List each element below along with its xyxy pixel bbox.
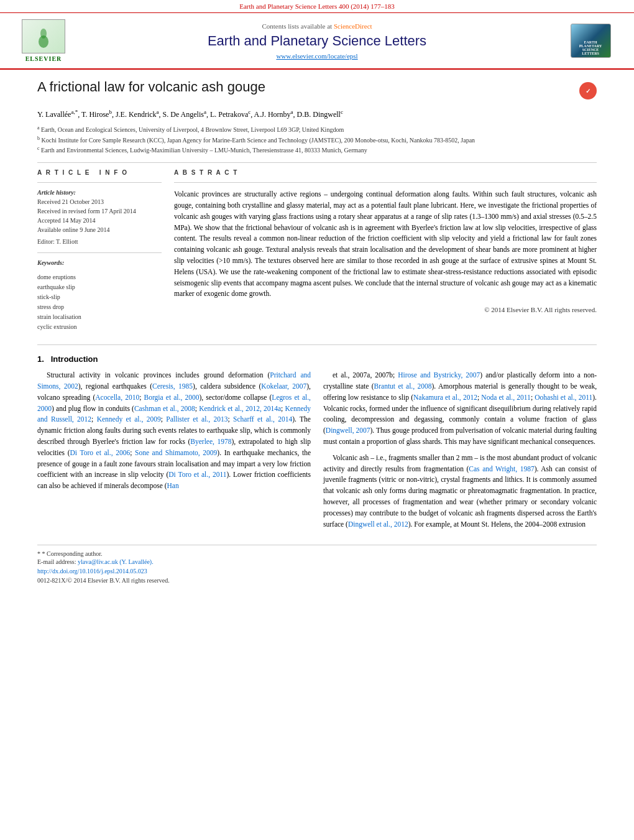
link-kennedy2009[interactable]: Kennedy et al., 2009 [97, 415, 161, 423]
editor-line: Editor: T. Elliott [37, 237, 162, 246]
link-kokelaar[interactable]: Kokelaar, 2007 [261, 382, 306, 390]
affiliation-b: b Kochi Institute for Core Sample Resear… [37, 135, 597, 145]
intro-right-para-2: Volcanic ash – i.e., fragments smaller t… [323, 453, 597, 530]
authors-line: Y. Lavalléea,*, T. Hiroseb, J.E. Kendric… [37, 108, 597, 121]
keyword-5: strain localisation [37, 312, 162, 322]
journal-title-area: Contents lists available at ScienceDirec… [68, 22, 566, 60]
corresponding-author-note: * * Corresponding author. [37, 550, 597, 557]
journal-title: Earth and Planetary Science Letters [68, 33, 566, 49]
doi-line: http://dx.doi.org/10.1016/j.epsl.2014.05… [37, 566, 597, 576]
keywords-label: Keywords: [37, 259, 162, 266]
journal-reference-bar: Earth and Planetary Science Letters 400 … [0, 0, 634, 13]
author-kendrick: J.E. Kendricka, [116, 110, 163, 119]
sciencedirect-link[interactable]: ScienceDirect [334, 22, 372, 30]
link-noda[interactable]: Noda et al., 2011 [481, 394, 531, 401]
intro-right-col: et al., 2007a, 2007b; Hirose and Bystric… [323, 370, 597, 535]
link-kendrick2012[interactable]: Kendrick et al., 2012, 2014a [199, 405, 281, 412]
footnote-section: * * Corresponding author. E-mail address… [37, 545, 597, 585]
issn-line: 0012-821X/© 2014 Elsevier B.V. All right… [37, 576, 597, 585]
divider-1 [37, 162, 597, 163]
journal-header: ELSEVIER Contents lists available at Sci… [0, 13, 634, 70]
divider-abstract [174, 182, 597, 183]
link-pallister[interactable]: Pallister et al., 2013 [166, 415, 227, 423]
link-ditoro2006[interactable]: Di Toro et al., 2006 [70, 449, 131, 456]
intro-right-para-1: et al., 2007a, 2007b; Hirose and Bystric… [323, 370, 597, 448]
abstract-copyright: © 2014 Elsevier B.V. All rights reserved… [174, 306, 597, 313]
intro-number: 1. [37, 354, 44, 364]
author-hornby: A.J. Hornbya, [254, 110, 297, 119]
link-ditoro2011[interactable]: Di Toro et al., 2011 [168, 471, 226, 478]
intro-header: 1. Introduction [37, 354, 597, 364]
journal-ref-text: Earth and Planetary Science Letters 400 … [239, 2, 395, 10]
keywords-section: dome eruptions earthquake slip stick-sli… [37, 272, 162, 332]
author-deangelis: S. De Angelisa, [163, 110, 210, 119]
available-date: Available online 9 June 2014 [37, 225, 162, 234]
link-dingwell2012[interactable]: Dingwell et al., 2012 [348, 520, 408, 528]
keyword-2: earthquake slip [37, 282, 162, 292]
corresponding-author-text: * Corresponding author. [42, 550, 103, 557]
elsevier-tree-logo [22, 19, 65, 53]
author-hirose: T. Hiroseb, [81, 110, 116, 119]
link-han[interactable]: Han [167, 482, 179, 489]
crossmark-badge[interactable]: ✓ [579, 82, 597, 99]
email-footnote: E-mail address: ylava@liv.ac.uk (Y. Lava… [37, 557, 597, 566]
affiliations: a Earth, Ocean and Ecological Sciences, … [37, 124, 597, 155]
email-link[interactable]: ylava@liv.ac.uk (Y. Lavallée). [78, 558, 154, 565]
author-lavallée: Y. Lavalléea,*, [37, 110, 81, 119]
link-sone[interactable]: Sone and Shimamoto, 2009 [135, 449, 217, 456]
author-petrakova: L. Petrakovac, [210, 110, 254, 119]
link-dingwell2007[interactable]: Dingwell, 2007 [326, 427, 370, 434]
accepted-date: Accepted 14 May 2014 [37, 216, 162, 225]
divider-keywords [37, 252, 162, 253]
link-hirose-bystricky[interactable]: Hirose and Bystricky, 2007 [398, 371, 480, 379]
journal-url[interactable]: www.elsevier.com/locate/epsl [68, 52, 566, 60]
intro-left-para: Structural activity in volcanic province… [37, 370, 311, 492]
page: Earth and Planetary Science Letters 400 … [0, 0, 634, 840]
received-date: Received 21 October 2013 [37, 197, 162, 206]
intro-title: Introduction [51, 354, 98, 364]
divider-info [37, 182, 162, 183]
link-byerlee[interactable]: Byerlee, 1978 [190, 438, 231, 445]
article-title: A frictional law for volcanic ash gouge [37, 79, 265, 95]
contents-available-line: Contents lists available at ScienceDirec… [68, 22, 566, 30]
link-cas-wright[interactable]: Cas and Wright, 1987 [469, 465, 534, 473]
link-acocella[interactable]: Acocella, 2010 [95, 394, 139, 401]
revised-date: Received in revised form 17 April 2014 [37, 206, 162, 216]
affiliation-c: c Earth and Environmental Sciences, Ludw… [37, 145, 597, 155]
link-ceresis[interactable]: Ceresis, 1985 [152, 382, 193, 390]
link-oohashi[interactable]: Oohashi et al., 2011 [535, 394, 592, 401]
intro-left-col: Structural activity in volcanic province… [37, 370, 311, 535]
keyword-6: cyclic extrusion [37, 322, 162, 332]
article-info-abstract-row: A R T I C L E I N F O Article history: R… [37, 169, 597, 332]
earth-journal-logo [571, 24, 611, 58]
link-borgia[interactable]: Borgia et al., 2000 [144, 394, 200, 401]
contents-text: Contents lists available at [262, 22, 332, 30]
doi-link[interactable]: http://dx.doi.org/10.1016/j.epsl.2014.05… [37, 568, 147, 575]
article-content: A frictional law for volcanic ash gouge … [0, 70, 634, 594]
link-cashman[interactable]: Cashman et al., 2008 [134, 405, 195, 412]
article-info-label: A R T I C L E I N F O [37, 169, 162, 176]
author-dingwell: D.B. Dingwellc [297, 110, 343, 119]
affiliation-a: a Earth, Ocean and Ecological Sciences, … [37, 124, 597, 134]
elsevier-brand: ELSEVIER [25, 55, 62, 62]
keyword-3: stick-slip [37, 292, 162, 302]
earth-journal-logo-area [566, 24, 615, 58]
keyword-4: stress drop [37, 302, 162, 312]
star-symbol: * [37, 550, 40, 557]
introduction-section: 1. Introduction Structural activity in v… [37, 344, 597, 535]
email-label: E-mail address: [37, 558, 76, 565]
link-brantut[interactable]: Brantut et al., 2008 [374, 382, 432, 390]
history-label: Article history: [37, 189, 162, 196]
intro-body-cols: Structural activity in volcanic province… [37, 370, 597, 535]
keyword-1: dome eruptions [37, 272, 162, 282]
abstract-label: A B S T R A C T [174, 169, 597, 176]
link-scharff[interactable]: Scharff et al., 2014 [233, 415, 292, 423]
abstract-text: Volcanic provinces are structurally acti… [174, 189, 597, 300]
article-info-col: A R T I C L E I N F O Article history: R… [37, 169, 162, 332]
elsevier-logo-area: ELSEVIER [19, 19, 68, 62]
link-nakamura[interactable]: Nakamura et al., 2012 [413, 394, 477, 401]
abstract-col: A B S T R A C T Volcanic provinces are s… [174, 169, 597, 332]
